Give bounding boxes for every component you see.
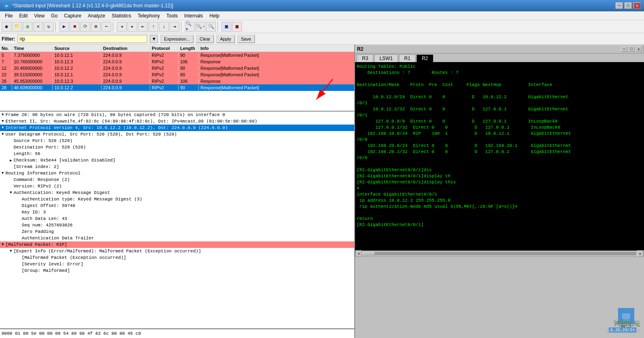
minimize-button[interactable]: ─ (616, 2, 623, 9)
packet-list-header: No. Time Source Destination Protocol Len… (0, 45, 354, 52)
save-button[interactable]: Save (237, 35, 255, 43)
terminal-scrollbar[interactable]: ◂ ▸ (355, 250, 644, 257)
menu-analyze[interactable]: Analyze (85, 11, 109, 20)
tab-r3[interactable]: R3 (357, 54, 373, 62)
maximize-button[interactable]: □ (625, 2, 632, 9)
scroll-right-btn[interactable]: ▸ (637, 250, 644, 257)
menu-tools[interactable]: Tools (163, 11, 181, 20)
detail-row[interactable]: ▼User Datagram Protocol, Src Port: 520 (… (0, 131, 354, 138)
hex-panel: 0000 01 00 5e 00 00 09 54 89 98 4f 82 6c… (0, 329, 354, 338)
r2-minimize-btn[interactable]: ─ (621, 46, 627, 52)
tb-capture-start[interactable]: ▶ (59, 22, 69, 32)
detail-row: ▶Source Port: 520 (520) (0, 138, 354, 144)
packet-row[interactable]: 5 7.375000000 10.0.12.1 224.0.0.9 RIPv2 … (0, 52, 354, 58)
filter-dropdown-btn[interactable]: ▼ (150, 35, 158, 43)
bottom-right-panel: PC-2 8.20.20/24 鸿鹄论坛 bbs.hh010.com (355, 257, 644, 338)
watermark-line2: bbs.hh010.com (607, 328, 640, 334)
detail-row: ▶Auth Data Len: 43 (0, 215, 354, 222)
scroll-left-btn[interactable]: ◂ (355, 250, 362, 257)
detail-row[interactable]: ▼Ethernet II, Src: HuaweiTe_4f:82:6c (54… (0, 118, 354, 125)
packet-row[interactable]: 26 45.953000000 10.0.12.3 224.0.0.9 RIPv… (0, 78, 354, 84)
menu-capture[interactable]: Capture (61, 11, 85, 20)
col-header-dst: Destination (101, 46, 150, 51)
menu-telephony[interactable]: Telephony (134, 11, 163, 20)
scroll-thumb[interactable] (363, 252, 375, 255)
tb-capture-stop[interactable]: ■ (70, 22, 80, 32)
packet-rows: 5 7.375000000 10.0.12.1 224.0.0.9 RIPv2 … (0, 52, 354, 91)
expression-button[interactable]: Expression... (160, 35, 194, 43)
tb-scroll-back[interactable]: ◂ (117, 22, 127, 32)
hex-line: 0000 01 00 5e 00 00 09 54 89 98 4f 82 6c… (2, 331, 141, 336)
tab-bar: R3LSW1R1R2 (355, 54, 644, 62)
tb-scroll-fwd[interactable]: ▸ (127, 22, 137, 32)
clear-button[interactable]: Clear (196, 35, 214, 43)
r2-maximize-btn[interactable]: □ (628, 46, 635, 52)
col-header-no: No. (0, 46, 12, 51)
tb-capture-restart[interactable]: ⟳ (80, 22, 90, 32)
tb-save-btn[interactable]: ▣ (23, 22, 32, 32)
detail-row[interactable]: ▼Routing Information Protocol (0, 170, 354, 177)
packet-row[interactable]: 12 20.469000000 10.0.12.2 224.0.0.9 RIPv… (0, 65, 354, 71)
terminal[interactable]: Routing Tables: Public Destinations : 7 … (355, 62, 644, 250)
filter-input[interactable] (17, 35, 147, 43)
tab-r2[interactable]: R2 (416, 54, 433, 62)
tab-lsw1[interactable]: LSW1 (374, 54, 398, 62)
detail-row[interactable]: ▼[Expert Info (Error/Malformed): Malform… (0, 248, 354, 254)
detail-row[interactable]: ▼Frame 28: 90 bytes on wire (720 bits), … (0, 112, 354, 118)
menu-go[interactable]: Go (48, 11, 61, 20)
tb-open-btn[interactable]: 📁 (12, 22, 22, 32)
tb-capture-filter[interactable]: ⋯ (101, 22, 111, 32)
detail-row[interactable]: ▼Internet Protocol Version 4, Src: 10.0.… (0, 125, 354, 131)
detail-row: ▶Command: Response (2) (0, 177, 354, 183)
tb-zoom-out[interactable]: 🔍- (196, 22, 205, 32)
packet-details: ▼Frame 28: 90 bytes on wire (720 bits), … (0, 112, 354, 329)
col-header-proto: Protocol (150, 46, 179, 51)
tb-colorize[interactable]: ▦ (222, 22, 231, 32)
menu-statistics[interactable]: Statistics (108, 11, 134, 20)
packet-row[interactable]: 7 10.765000000 10.0.12.3 224.0.0.9 RIPv2… (0, 58, 354, 65)
app-icon: W (3, 2, 10, 9)
tb-zoom-reset[interactable]: 🔍 (206, 22, 216, 32)
detail-row: ▶Key ID: 3 (0, 209, 354, 215)
detail-row: ▶Digest Offset: 59748 (0, 202, 354, 209)
menu-view[interactable]: View (31, 11, 48, 20)
menu-internals[interactable]: Internals (181, 11, 206, 20)
wireshark-window: W *Standard input [Wireshark 1.12.4 (v1.… (0, 0, 644, 338)
tab-r1[interactable]: R1 (399, 54, 416, 62)
tb-close-btn[interactable]: ✕ (33, 22, 43, 32)
detail-row: ▶Length: 56 (0, 151, 354, 157)
menu-bar: File Edit View Go Capture Analyze Statis… (0, 11, 644, 20)
menu-edit[interactable]: Edit (16, 11, 31, 20)
tb-go-first[interactable]: ⇤ (138, 22, 148, 32)
packet-row[interactable]: 22 39.515000000 10.0.12.1 224.0.0.9 RIPv… (0, 71, 354, 78)
tb-go-prev[interactable]: ↑ (149, 22, 158, 32)
detail-row[interactable]: ▼Authentication: Keyed Message Digest (0, 189, 354, 196)
packet-row[interactable]: 28 48.609000000 10.0.12.2 224.0.0.9 RIPv… (0, 84, 354, 91)
watermark-line1: 鸿鹄论坛 (607, 320, 640, 328)
tb-reload-btn[interactable]: ↻ (44, 22, 54, 32)
detail-row[interactable]: ▼[Malformed Packet: RIP] (0, 241, 354, 248)
detail-row: ▶Seq num: 4257693026 (0, 222, 354, 228)
menu-help[interactable]: Help (206, 11, 223, 20)
detail-row: ▶[Malformed Packet (Exception occurred)] (0, 254, 354, 261)
svg-rect-0 (622, 313, 630, 319)
toolbar-sep4 (218, 22, 220, 32)
menu-file[interactable]: File (2, 11, 16, 20)
close-button[interactable]: ✕ (633, 2, 641, 9)
tb-zoom-in[interactable]: 🔍+ (185, 22, 195, 32)
packet-list: No. Time Source Destination Protocol Len… (0, 45, 354, 112)
tb-go-last[interactable]: ⇥ (170, 22, 179, 32)
detail-row: ▶Destination Port: 520 (520) (0, 144, 354, 151)
col-header-time: Time (12, 46, 53, 51)
tb-go-next[interactable]: ↓ (159, 22, 169, 32)
tb-capture-opts[interactable]: ⚙ (91, 22, 101, 32)
apply-button[interactable]: Apply (216, 35, 235, 43)
detail-row: ▶Authentication Data Trailer (0, 235, 354, 241)
tb-colorize2[interactable]: ▦ (232, 22, 242, 32)
filter-label: Filter: (2, 36, 15, 42)
detail-row[interactable]: ▶Checksum: 0x5e44 [validation disabled] (0, 157, 354, 164)
detail-row: ▶Version: RIPv2 (2) (0, 183, 354, 189)
r2-title-bar: R2 ─ □ ✕ (355, 45, 644, 54)
r2-close-btn[interactable]: ✕ (635, 46, 642, 52)
tb-new-btn[interactable]: ◉ (2, 22, 11, 32)
